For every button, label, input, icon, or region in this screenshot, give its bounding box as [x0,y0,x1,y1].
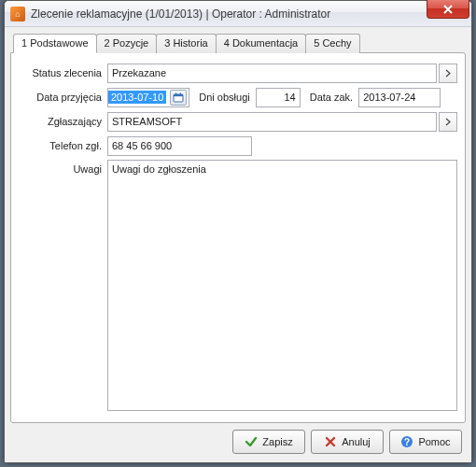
save-button-label: Zapisz [262,436,292,447]
days-input[interactable] [256,88,301,107]
label-date-received: Data przyjęcia [19,92,107,103]
svg-rect-3 [180,92,181,95]
date-end-input[interactable] [358,88,441,107]
status-input[interactable] [107,64,437,83]
notes-textarea[interactable] [107,160,457,411]
tabstrip: 1 Podstawowe 2 Pozycje 3 Historia 4 Doku… [13,33,466,52]
chevron-right-icon [445,69,451,78]
tab-pozycje[interactable]: 2 Pozycje [96,34,158,53]
button-bar: Zapisz Anuluj ? Pomoc [10,423,466,457]
label-reporter: Zgłaszający [19,116,107,127]
help-icon: ? [400,435,413,448]
svg-rect-2 [175,92,176,95]
window-title: Zlecenie reklamacyjne (1/01/2013) | Oper… [31,7,330,21]
reporter-input[interactable] [107,112,437,132]
date-received-input[interactable]: 2013-07-10 [107,88,189,107]
check-icon [245,435,258,448]
date-received-value: 2013-07-10 [108,91,166,104]
phone-input[interactable] [107,136,252,156]
label-notes: Uwagi [19,160,107,175]
reporter-picker-button[interactable] [439,112,457,132]
calendar-icon [173,92,184,103]
save-button[interactable]: Zapisz [232,430,305,454]
content-area: 1 Podstawowe 2 Pozycje 3 Historia 4 Doku… [5,27,471,462]
tab-podstawowe[interactable]: 1 Podstawowe [13,34,97,53]
cancel-icon [324,435,337,448]
label-phone: Telefon zgł. [19,140,107,151]
chevron-right-icon [445,118,451,126]
help-button-label: Pomoc [418,436,450,447]
close-button[interactable] [427,0,469,19]
tab-historia[interactable]: 3 Historia [156,34,216,53]
titlebar: ⌂ Zlecenie reklamacyjne (1/01/2013) | Op… [5,1,471,27]
cancel-button[interactable]: Anuluj [311,430,384,454]
svg-text:?: ? [404,437,410,447]
svg-rect-1 [174,94,183,96]
tab-cechy[interactable]: 5 Cechy [305,34,359,53]
tab-dokumentacja[interactable]: 4 Dokumentacja [216,34,307,53]
dialog-window: ⌂ Zlecenie reklamacyjne (1/01/2013) | Op… [4,0,472,463]
help-button[interactable]: ? Pomoc [389,430,462,454]
tab-panel: Status zlecenia Data przyjęcia 2013-07-1… [10,52,466,423]
status-picker-button[interactable] [439,64,457,83]
label-days: Dni obsługi [199,92,249,103]
app-icon: ⌂ [10,7,25,21]
calendar-button[interactable] [170,90,187,106]
label-date-end: Data zak. [310,92,353,103]
label-status: Status zlecenia [19,67,107,78]
close-icon [442,4,454,15]
cancel-button-label: Anuluj [342,436,371,447]
